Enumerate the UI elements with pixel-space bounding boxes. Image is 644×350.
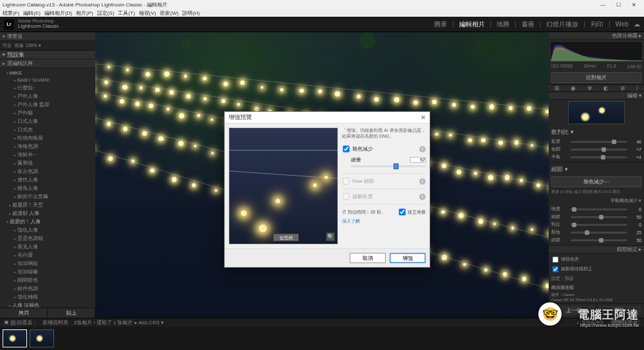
navigator-header[interactable]: ▾導覽器: [0, 32, 95, 41]
presets-header[interactable]: ▾預設集: [0, 50, 95, 59]
navigator-zoom[interactable]: 符合 填滿 100% ▾: [0, 41, 95, 50]
preview-nav-button[interactable]: 位荒框: [273, 234, 299, 241]
preset-item[interactable]: 美白露: [0, 251, 95, 259]
histogram-header[interactable]: 色階分佈圖 ▸: [549, 32, 644, 40]
info-icon[interactable]: i: [419, 178, 426, 185]
cloud-sync-icon[interactable]: ☁: [634, 21, 640, 28]
slider-track[interactable]: [571, 232, 627, 234]
mask-tool-icon[interactable]: ✜: [587, 85, 592, 91]
module-print[interactable]: 列印: [591, 20, 603, 29]
collection-header[interactable]: ▸選編輯託興: [0, 59, 95, 68]
develop-header[interactable]: 編修 ▾: [549, 92, 644, 100]
preset-list[interactable]: MIKEBABY SHARK什麼啦~戶外人像戶外人像 監獄戶外貓日式人像日式杰吃…: [0, 68, 95, 308]
preset-item[interactable]: 戶外人像 監獄: [0, 100, 95, 109]
enhance-button[interactable]: 增強: [390, 253, 426, 263]
preset-item[interactable]: 銳件色調: [0, 284, 95, 293]
preset-item[interactable]: 蛋蛋色調相: [0, 234, 95, 243]
redeye-tool-icon[interactable]: ◐: [603, 85, 609, 91]
preset-item[interactable]: 戶外貓: [0, 109, 95, 117]
filmstrip-thumb[interactable]: [30, 329, 54, 347]
gradient-tool-icon[interactable]: ⊗: [620, 85, 625, 91]
close-window-button[interactable]: ✕: [626, 2, 641, 8]
denoise-checkbox[interactable]: [343, 145, 349, 152]
preset-item[interactable]: 加深晴嘛: [0, 268, 95, 276]
view-mode-icons[interactable]: ▣ ▦ 篩選器：: [4, 319, 37, 326]
preset-item[interactable]: 戶外人像: [0, 92, 95, 100]
preset-item[interactable]: 超還原！天空: [0, 201, 95, 209]
preset-item[interactable]: 什麼啦~: [0, 84, 95, 92]
info-icon[interactable]: i: [419, 146, 426, 152]
preset-item[interactable]: 翼果喵: [0, 159, 95, 167]
menu-photo[interactable]: 相片(P): [76, 10, 93, 17]
menu-edit[interactable]: 編輯(E): [23, 10, 41, 17]
preset-item[interactable]: 超濃郁 人像: [0, 209, 95, 217]
denoise-button[interactable]: 雜色減少⋯: [551, 176, 641, 187]
preset-item[interactable]: 日式杰: [0, 125, 95, 134]
preset-item[interactable]: 吃燒肉晚黑: [0, 134, 95, 142]
paste-button[interactable]: 貼上: [48, 308, 95, 318]
menu-window[interactable]: 視窗(W): [160, 10, 178, 17]
preview-zoom-icon[interactable]: 🔍: [326, 232, 335, 241]
slider-track[interactable]: [571, 208, 627, 210]
menu-help[interactable]: 說明(H): [182, 10, 200, 17]
minimize-button[interactable]: —: [595, 2, 611, 8]
preset-item[interactable]: 賽克人像: [0, 243, 95, 251]
cancel-button[interactable]: 取消: [350, 253, 386, 263]
slider-track[interactable]: [571, 149, 627, 151]
filmstrip[interactable]: [0, 327, 644, 350]
enhance-preview[interactable]: 位荒框 🔍: [229, 127, 338, 244]
preset-item[interactable]: 強化人像: [0, 226, 95, 234]
menu-view[interactable]: 檢視(V): [139, 10, 156, 17]
preset-item[interactable]: 人像 深褐色: [0, 301, 95, 308]
amount-input[interactable]: [410, 157, 426, 163]
slider-track[interactable]: [571, 239, 627, 241]
heal-tool-icon[interactable]: ◉: [571, 85, 576, 91]
module-develop[interactable]: 編輯相片: [459, 20, 485, 29]
menu-develop[interactable]: 編輯相片(D): [44, 10, 72, 17]
menu-file[interactable]: 檔案(F): [3, 10, 19, 17]
preset-item[interactable]: 夜古色調: [0, 167, 95, 176]
amount-slider[interactable]: [351, 165, 426, 167]
module-web[interactable]: Web: [616, 21, 629, 28]
sync-photos-button[interactable]: 比對相片: [551, 72, 641, 83]
slider-track[interactable]: [571, 216, 627, 218]
dialog-titlebar[interactable]: 增強預覽 ✕: [225, 112, 430, 124]
preset-item[interactable]: 加深嗎啦: [0, 259, 95, 268]
info-icon[interactable]: i: [419, 194, 426, 200]
menu-tools[interactable]: 工具(T): [118, 10, 135, 17]
menu-settings[interactable]: 設定(S): [97, 10, 115, 17]
preset-item[interactable]: 海鮮丼~: [0, 151, 95, 159]
slider-track[interactable]: [571, 156, 627, 158]
window-titlebar: Lightroom Catalog-v13 - Adobe Photoshop …: [0, 0, 644, 9]
preset-item[interactable]: 日式人像: [0, 117, 95, 125]
manual-noise-header[interactable]: 手動雜色減少 ▾: [551, 196, 641, 205]
preset-item[interactable]: 邊性人像: [0, 176, 95, 184]
module-book[interactable]: 書冊: [522, 20, 535, 29]
preset-item[interactable]: 鮮的不古意嘛: [0, 192, 95, 201]
dialog-close-icon[interactable]: ✕: [421, 114, 426, 121]
crop-tool-icon[interactable]: ⊞: [554, 85, 560, 91]
module-library[interactable]: 圖庫: [434, 20, 447, 29]
preset-item[interactable]: 關閉暗色: [0, 276, 95, 284]
maximize-button[interactable]: ☐: [611, 2, 626, 8]
detail-panel-header[interactable]: 細部 ▾: [551, 164, 641, 175]
slider-track[interactable]: [571, 141, 627, 143]
lens-correction-header[interactable]: 鏡頭校正 ▸: [549, 246, 644, 253]
learn-more-link[interactable]: 深入了解: [342, 218, 426, 227]
preset-item[interactable]: MIKE: [0, 69, 95, 77]
preset-item[interactable]: 強化補構: [0, 293, 95, 301]
slider-track[interactable]: [571, 224, 627, 226]
copy-button[interactable]: 拷貝: [0, 308, 48, 318]
preset-item[interactable]: 稚角人像: [0, 184, 95, 192]
color-panel-header[interactable]: 散判比 ▾: [551, 127, 641, 138]
enable-profile-checkbox[interactable]: [553, 266, 558, 272]
preset-item[interactable]: 海報色調: [0, 142, 95, 151]
preset-item[interactable]: BABY SHARK: [0, 77, 95, 84]
module-slideshow[interactable]: 幻燈片播放: [546, 20, 578, 29]
brush-tool-icon[interactable]: ⵂ: [636, 85, 638, 91]
module-map[interactable]: 地圖: [497, 20, 509, 29]
filmstrip-thumb[interactable]: [3, 329, 27, 347]
create-stack-checkbox[interactable]: [399, 208, 405, 215]
remove-ca-checkbox[interactable]: [553, 257, 558, 262]
preset-item[interactable]: 最愛的！人像: [0, 217, 95, 226]
